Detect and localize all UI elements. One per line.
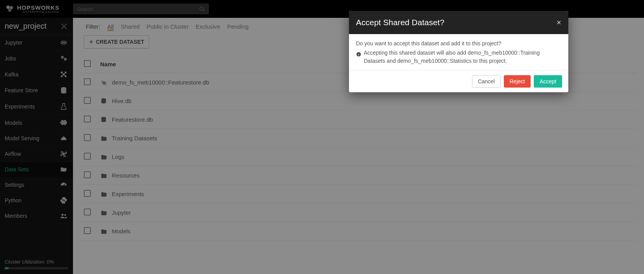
accept-dataset-modal: Accept Shared Dataset? ✕ Do you want to … [349,11,568,92]
modal-body: Do you want to accept this dataset and a… [349,34,568,71]
accept-button[interactable]: Accept [534,75,562,88]
modal-title: Accept Shared Dataset? [356,18,444,27]
modal-header: Accept Shared Dataset? ✕ [349,11,568,34]
modal-footer: Cancel Reject Accept [349,71,568,92]
modal-close-icon[interactable]: ✕ [556,19,561,26]
modal-question: Do you want to accept this dataset and a… [356,40,561,47]
cancel-button[interactable]: Cancel [472,75,501,88]
info-icon: i [356,50,361,65]
reject-button[interactable]: Reject [504,75,531,88]
modal-info-text: Accepting this shared dataset will also … [364,49,561,65]
